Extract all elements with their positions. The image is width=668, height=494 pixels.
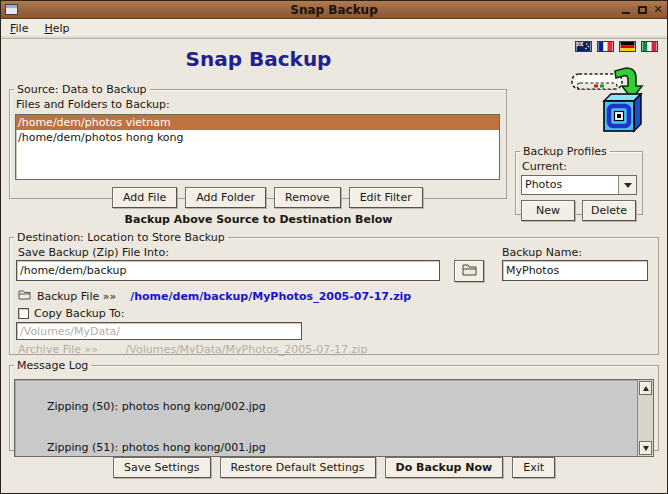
message-log-area[interactable]: Zipping (50): photos hong kong/002.jpg Z… bbox=[14, 379, 654, 457]
message-log-group: Message Log Zipping (50): photos hong ko… bbox=[9, 359, 659, 451]
flag-germany-icon[interactable] bbox=[619, 41, 636, 52]
menu-file[interactable]: File bbox=[8, 20, 34, 37]
new-profile-button[interactable]: New bbox=[521, 200, 575, 221]
chevron-down-icon[interactable] bbox=[618, 176, 636, 194]
add-folder-button[interactable]: Add Folder bbox=[185, 187, 266, 208]
list-item[interactable]: /home/dem/photos hong kong bbox=[16, 130, 499, 145]
save-into-input[interactable] bbox=[16, 260, 440, 281]
log-line: Zipping (50): photos hong kong/002.jpg bbox=[19, 400, 637, 414]
window-title: Snap Backup bbox=[1, 3, 667, 17]
remove-button[interactable]: Remove bbox=[274, 187, 341, 208]
backup-name-label: Backup Name: bbox=[502, 246, 582, 259]
browse-folder-button[interactable] bbox=[454, 260, 484, 282]
archive-file-label: Archive File »» bbox=[18, 343, 98, 356]
save-into-label: Save Backup (Zip) File Into: bbox=[18, 246, 169, 259]
edit-filter-button[interactable]: Edit Filter bbox=[349, 187, 423, 208]
add-file-button[interactable]: Add File bbox=[112, 187, 177, 208]
files-listbox[interactable]: /home/dem/photos vietnam /home/dem/photo… bbox=[15, 114, 500, 180]
backup-direction-note: Backup Above Source to Destination Below bbox=[1, 213, 516, 226]
profiles-legend: Backup Profiles bbox=[520, 145, 610, 158]
profile-dropdown[interactable]: Photos bbox=[521, 175, 637, 195]
language-flags bbox=[575, 41, 658, 52]
source-group: Source: Data to Backup Files and Folders… bbox=[9, 83, 507, 199]
footer-buttons: Save Settings Restore Default Settings D… bbox=[1, 457, 667, 478]
snap-backup-logo-icon bbox=[568, 61, 644, 137]
flag-italy-icon[interactable] bbox=[641, 41, 658, 52]
titlebar[interactable]: Snap Backup ✕ bbox=[1, 1, 667, 19]
restore-default-settings-button[interactable]: Restore Default Settings bbox=[220, 457, 376, 478]
list-item[interactable]: /home/dem/photos vietnam bbox=[16, 115, 499, 130]
log-line: Zipping (51): photos hong kong/001.jpg bbox=[19, 441, 637, 455]
backup-file-folder-icon bbox=[18, 290, 31, 303]
delete-profile-button[interactable]: Delete bbox=[582, 200, 636, 221]
copy-backup-label: Copy Backup To: bbox=[34, 307, 125, 320]
backup-profiles-group: Backup Profiles Current: Photos New Dele… bbox=[515, 145, 643, 215]
menu-help[interactable]: Help bbox=[42, 20, 75, 37]
log-lines: Zipping (50): photos hong kong/002.jpg Z… bbox=[15, 379, 637, 457]
backup-file-label: Backup File »» bbox=[37, 290, 116, 303]
destination-legend: Destination: Location to Store Backup bbox=[14, 231, 228, 244]
flag-france-icon[interactable] bbox=[597, 41, 614, 52]
save-settings-button[interactable]: Save Settings bbox=[113, 457, 211, 478]
snap-backup-window: Snap Backup ✕ File Help bbox=[0, 0, 668, 494]
do-backup-now-button[interactable]: Do Backup Now bbox=[385, 457, 504, 478]
files-list-label: Files and Folders to Backup: bbox=[16, 98, 170, 111]
exit-button[interactable]: Exit bbox=[512, 457, 555, 478]
current-profile-label: Current: bbox=[522, 160, 567, 173]
flag-new-zealand-icon[interactable] bbox=[575, 41, 592, 52]
copy-backup-checkbox[interactable] bbox=[18, 308, 29, 319]
message-log-legend: Message Log bbox=[14, 359, 91, 372]
destination-group: Destination: Location to Store Backup Sa… bbox=[9, 231, 659, 355]
backup-file-path: /home/dem/backup/MyPhotos_2005-07-17.zip bbox=[130, 290, 411, 303]
scroll-up-icon[interactable] bbox=[639, 381, 652, 395]
log-scrollbar[interactable] bbox=[637, 380, 653, 456]
source-legend: Source: Data to Backup bbox=[14, 83, 150, 96]
menubar: File Help bbox=[1, 19, 667, 39]
archive-file-path: /Volumes/MyData/MyPhotos_2005-07-17.zip bbox=[126, 343, 368, 356]
copy-backup-input[interactable] bbox=[16, 322, 302, 340]
folder-icon bbox=[462, 264, 477, 279]
scroll-down-icon[interactable] bbox=[639, 441, 652, 455]
page-title: Snap Backup bbox=[1, 47, 516, 71]
backup-name-input[interactable] bbox=[502, 260, 648, 281]
profile-dropdown-value: Photos bbox=[522, 176, 618, 194]
